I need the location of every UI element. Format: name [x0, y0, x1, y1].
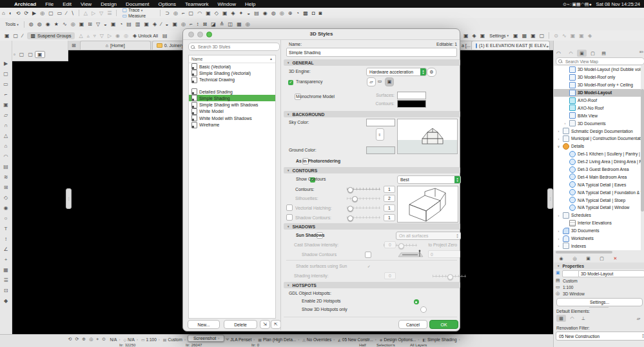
shading-intensity-slider[interactable] [433, 273, 466, 279]
menu-archicad[interactable]: Archicad [10, 1, 41, 7]
contours-color-swatch[interactable] [397, 100, 426, 108]
transparency-on-button[interactable]: ▣ [385, 77, 394, 86]
zoom-in-icon[interactable]: ⊕ [81, 337, 88, 341]
bring-forward-icon[interactable]: ▵ [85, 33, 92, 39]
style-simple-shading-shadows[interactable]: Simple Shading with Shadows [189, 101, 275, 108]
send-backward-icon[interactable]: ▿ [92, 33, 98, 39]
navigator-item[interactable]: › 3D Documents [554, 227, 641, 235]
navigator-item[interactable]: AXO-No Roof [554, 104, 641, 112]
marquee-poly-icon[interactable]: ▢ [26, 52, 35, 57]
inject-parameters-icon[interactable]: ∖ [69, 10, 76, 16]
library-icon[interactable]: ▣ [77, 21, 86, 27]
fit-icon[interactable]: ⌐ [180, 10, 187, 16]
section-tool-icon[interactable]: ◆ [0, 296, 12, 306]
walk-mode-icon[interactable]: ⌖ [95, 337, 101, 341]
align-icon[interactable]: ≙ [218, 21, 226, 27]
model-check-icon[interactable]: ◎ [179, 21, 188, 27]
section-background[interactable]: ▼BACKGROUND [284, 111, 460, 117]
teamwork-receive-icon[interactable]: ◍ [35, 21, 44, 27]
crumb-penset[interactable]: ΨJLA Penset› [224, 337, 257, 342]
capture-add-icon[interactable]: ▦ [520, 33, 529, 39]
window-tool-icon[interactable]: ▣ [0, 100, 12, 110]
navigator-item[interactable]: N/A Typical Detail | Eaves [554, 181, 641, 188]
style-wireframe[interactable]: Wireframe [189, 121, 275, 128]
crumb-pen-set[interactable]: ▤Custom› [162, 337, 188, 342]
ungroup-icon[interactable]: ▢ [12, 33, 21, 39]
redo-icon[interactable]: ⟳ [22, 10, 30, 16]
left-palette-resize-handle[interactable]: ⋮ [66, 188, 72, 209]
navigator-item[interactable]: Det-4 Main Bedroom Area [554, 173, 641, 181]
view-settings-button[interactable]: Settings... [556, 298, 643, 306]
contour-quality-dropdown[interactable]: Best ▲▼ [397, 175, 461, 184]
navigator-menu-button[interactable]: ≡› [639, 50, 643, 54]
teamwork-send-icon[interactable]: ◍ [27, 21, 35, 27]
fill-tool-icon[interactable]: ▦ [0, 265, 12, 275]
curtain-wall-tool-icon[interactable]: ⊞ [0, 183, 12, 193]
object-tool-icon[interactable]: T [0, 224, 12, 234]
navigator-item[interactable]: BIMx View [554, 112, 641, 119]
marquee-tool-icon[interactable]: ▢ [0, 69, 12, 79]
app-dot-icon[interactable]: ● [589, 2, 591, 6]
view-map-search-input[interactable] [564, 59, 642, 64]
link-icon[interactable]: ∿ [61, 21, 69, 27]
paste-view-icon[interactable]: ◈ [471, 33, 478, 39]
crumb-overrides[interactable]: ◬No Overrides› [301, 337, 337, 342]
align-down-icon[interactable]: ▽ [97, 10, 105, 16]
box-icon[interactable]: ▣ [204, 10, 213, 16]
show-3d-hotspots-radio[interactable] [420, 306, 427, 313]
align-up-icon[interactable]: △ [82, 10, 90, 16]
navigator-item[interactable]: 3D Model-Roof only [554, 74, 641, 81]
scissors-icon[interactable]: ⊃ [163, 10, 171, 16]
style-simple-shading[interactable]: Simple Shading [189, 95, 275, 101]
navigator-item[interactable]: › Indexes [554, 242, 641, 250]
navigator-item[interactable]: › Schedules [554, 212, 641, 219]
menu-design[interactable]: Design [96, 1, 121, 7]
undo-icon[interactable]: ⟲ [14, 10, 23, 16]
selection-info[interactable]: Selection's [376, 343, 395, 347]
menu-help[interactable]: Help [240, 1, 260, 7]
right-palette-resize-handle[interactable]: ⋮ [547, 188, 553, 209]
tools-dropdown[interactable]: Tools▾ [0, 22, 21, 26]
marquee-box-icon[interactable]: ▣ [35, 51, 45, 58]
layers-icon[interactable]: ☰ [105, 10, 113, 16]
style-list-header[interactable]: Name ▲ [189, 55, 275, 63]
column-tool-icon[interactable]: ▱ [0, 110, 12, 121]
ok-button[interactable]: OK [429, 320, 458, 329]
story-icon[interactable]: ▽ [94, 21, 102, 27]
view-id-field[interactable] [562, 270, 580, 277]
link-sky-ground-button[interactable]: ∞ [376, 128, 384, 141]
menu-file[interactable]: File [41, 1, 58, 7]
distribute-icon[interactable]: ◫ [226, 21, 235, 27]
dashed-box-icon[interactable]: ▢ [538, 33, 547, 39]
crumb-layers[interactable]: N/A› [108, 337, 122, 342]
analysis-icon[interactable]: ▦ [235, 21, 244, 27]
sun-study-icon[interactable]: ◔ [294, 10, 301, 16]
tab-list-dropdown-icon[interactable]: ▾ [545, 45, 551, 48]
bring-front-icon[interactable]: △ [77, 33, 85, 39]
copy-view-icon[interactable]: ▣ [462, 33, 471, 39]
section-contours[interactable]: ▼CONTOURS [284, 167, 460, 174]
options-icon[interactable]: ▣ [170, 21, 179, 27]
navigator-item[interactable]: N/A Typical Detail | Foundation & Wall [554, 188, 641, 196]
import-styles-button[interactable]: ⇲ [260, 320, 270, 329]
save-view-icon[interactable]: ◎ [570, 255, 580, 262]
navigator-item[interactable]: 3D Model-Layout (Incl Dubble volum [554, 66, 641, 74]
hotspot-tool-icon[interactable]: ⊡ [0, 286, 12, 296]
navigator-item[interactable]: N/A Typical Detail | Window [554, 204, 641, 212]
navigator-item[interactable]: Det-3 Guest Bedroom Area [554, 166, 641, 174]
enable-2d-hotspots-radio[interactable] [414, 299, 419, 304]
pick-up-parameters-icon[interactable]: ∕ [64, 10, 68, 16]
renovation-filter-dropdown[interactable]: 05 New Construction ▲▼ [556, 332, 644, 341]
zoom-area-icon[interactable]: ◎ [171, 10, 180, 16]
transparency-partial-button[interactable]: ▭ [376, 77, 384, 85]
delete-style-button[interactable]: Delete [224, 320, 257, 329]
navigator-scrollbar[interactable] [641, 89, 644, 212]
web-icon[interactable]: ◎ [69, 21, 77, 27]
layer-info[interactable]: All Layers [410, 343, 427, 347]
display-icon[interactable]: ▦ [576, 2, 581, 6]
reserve-icon[interactable]: ◉ [44, 21, 52, 27]
vectorial-hatching-row[interactable]: Vectorial Hatching: 1 [284, 203, 397, 213]
selection-grab-icon[interactable]: ▣ [529, 33, 538, 39]
navigator-hscrollbar[interactable] [556, 251, 612, 253]
marquee-icon[interactable]: ▢ [46, 10, 55, 16]
